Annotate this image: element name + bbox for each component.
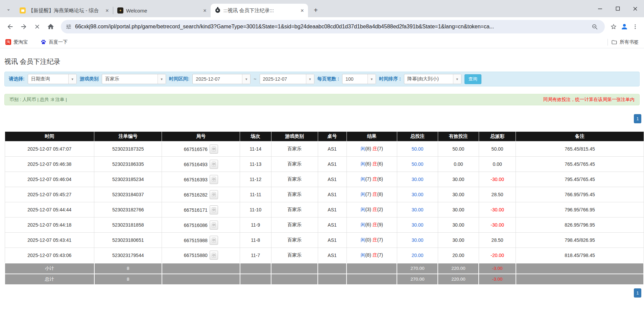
stop-loading-button[interactable]	[30, 20, 44, 33]
page-size-select[interactable]: 100 ▾	[342, 74, 376, 84]
chevron-down-icon: ▾	[367, 74, 376, 84]
home-button[interactable]	[44, 20, 57, 33]
bet-number-cell: 523023185234	[94, 172, 162, 187]
folder-icon	[611, 39, 617, 45]
video-replay-button[interactable]	[210, 221, 218, 230]
table-number-cell: AS1	[318, 187, 347, 202]
query-type-select[interactable]: 日期查询 ▾	[28, 74, 77, 84]
note-cell: 765.45/815.45	[516, 141, 644, 157]
total-bet-link[interactable]: 20.00	[411, 253, 423, 258]
banker-result: 庄	[373, 222, 377, 227]
bet-record-row: 2025-12-07 05:47:07523023187325667516576…	[5, 141, 644, 157]
site-info-tune-icon[interactable]	[66, 24, 72, 30]
bookmark-star-icon[interactable]	[608, 21, 619, 32]
search-button[interactable]: 查询	[464, 74, 481, 84]
new-tab-button[interactable]: +	[311, 5, 321, 15]
tab-forum[interactable]: 【新提醒】海燕策略论坛 - 综合 ✕	[16, 4, 113, 17]
banker-result: 庄	[373, 237, 377, 242]
subtotal-count: 8	[94, 263, 162, 274]
date-to-value: 2025-12-07	[260, 74, 306, 84]
video-replay-button[interactable]	[210, 175, 218, 184]
total-bet-cell: 30.00	[397, 187, 438, 202]
all-bookmarks-label: 所有书签	[620, 39, 639, 45]
baidu-paw-icon	[41, 39, 46, 45]
window-controls	[591, 0, 644, 17]
maximize-button[interactable]	[609, 0, 626, 17]
bet-number-cell: 523023181858	[94, 217, 162, 233]
tab-close-icon[interactable]: ✕	[202, 7, 208, 14]
valid-bet-cell: 30.00	[438, 172, 479, 187]
total-bet-link[interactable]: 50.00	[411, 161, 423, 167]
banker-result: 庄	[373, 252, 377, 258]
game-type-cell: 百家乐	[271, 187, 318, 202]
video-replay-button[interactable]	[210, 160, 218, 169]
browser-menu-dots-icon[interactable]	[630, 21, 641, 32]
note-cell: 796.95/766.95	[516, 202, 644, 217]
video-replay-button[interactable]	[210, 205, 218, 214]
zoom-out-icon[interactable]	[589, 21, 600, 32]
total-bet-link[interactable]: 30.00	[411, 177, 423, 182]
profile-avatar[interactable]	[619, 21, 630, 32]
bookmark-taobao[interactable]: 淘 爱淘宝	[5, 39, 28, 45]
chevron-down-icon: ▾	[306, 74, 314, 84]
session-cell: 11-7	[240, 248, 271, 263]
valid-bet-cell: 30.00	[438, 217, 479, 233]
column-header: 注单编号	[94, 132, 162, 141]
tab-title: Welcome	[126, 8, 199, 14]
address-bar[interactable]: 66cxkj98.com/ipl/portal.php/game/betreco…	[61, 20, 605, 33]
tab-bet-record-active[interactable]: :::视讯 会员下注纪录::: ✕	[211, 4, 308, 17]
page-1-button[interactable]: 1	[634, 114, 641, 123]
video-replay-button[interactable]	[210, 251, 218, 260]
forward-button[interactable]	[17, 20, 30, 33]
game-type-cell: 百家乐	[271, 248, 318, 263]
browser-toolbar: 66cxkj98.com/ipl/portal.php/game/betreco…	[0, 17, 644, 36]
bet-record-favicon-icon	[215, 7, 221, 14]
all-bookmarks-button[interactable]: 所有书签	[611, 39, 639, 45]
date-to-select[interactable]: 2025-12-07 ▾	[260, 74, 314, 84]
date-range-label: 时间区间:	[169, 76, 190, 82]
video-replay-button[interactable]	[210, 190, 218, 199]
total-bet-link[interactable]: 50.00	[411, 146, 423, 152]
tab-close-icon[interactable]: ✕	[104, 7, 110, 14]
forum-favicon-icon	[20, 7, 26, 14]
bookmark-baidu[interactable]: 百度一下	[41, 39, 68, 45]
payout-cell: 28.50	[479, 233, 516, 248]
round-note-text: 同局有效投注，统一计算在该局第一张注单内	[543, 97, 635, 103]
game-type-select[interactable]: 百家乐 ▾	[102, 74, 166, 84]
query-type-label: 请选择:	[9, 76, 25, 82]
back-button[interactable]	[3, 20, 17, 33]
subtotal-label: 小计	[5, 263, 94, 274]
bet-number-cell: 523023187325	[94, 141, 162, 157]
page-title: 视讯 会员下注纪录	[4, 57, 644, 66]
total-bet-link[interactable]: 30.00	[411, 207, 423, 212]
bet-number-cell: 523023180651	[94, 233, 162, 248]
total-row: 总计 8 270.00 220.00 -3.00	[5, 274, 644, 285]
close-window-button[interactable]	[626, 0, 644, 17]
chevron-down-icon: ▾	[158, 74, 166, 84]
empty-cell	[516, 274, 644, 285]
total-bet-link[interactable]: 30.00	[411, 192, 423, 197]
tab-welcome[interactable]: ✦ Welcome ✕	[113, 4, 211, 17]
date-from-select[interactable]: 2025-12-07 ▾	[192, 74, 251, 84]
total-payout: -3.00	[479, 274, 516, 285]
empty-cell	[162, 263, 240, 274]
bet-record-row: 2025-12-07 05:46:38523023186335667516493…	[5, 157, 644, 172]
banker-result: 庄	[373, 161, 377, 166]
url-text[interactable]: 66cxkj98.com/ipl/portal.php/game/betreco…	[75, 24, 586, 30]
empty-cell	[318, 263, 347, 274]
video-replay-button[interactable]	[210, 145, 218, 154]
tab-search-chevron-icon[interactable]: ⌄	[3, 3, 14, 15]
empty-cell	[347, 274, 397, 285]
page-1-button[interactable]: 1	[634, 288, 641, 298]
minimize-button[interactable]	[591, 0, 609, 17]
total-bet-link[interactable]: 30.00	[411, 222, 423, 228]
bookmarks-divider	[607, 39, 608, 46]
video-replay-button[interactable]	[210, 236, 218, 245]
table-number-cell: AS1	[318, 248, 347, 263]
payout-cell: -30.00	[479, 217, 516, 233]
subtotal-total-bet: 270.00	[397, 263, 438, 274]
sort-order-select[interactable]: 降幂(由大到小) ▾	[404, 74, 461, 84]
tab-close-icon[interactable]: ✕	[299, 7, 305, 14]
total-bet-link[interactable]: 30.00	[411, 237, 423, 243]
game-type-cell: 百家乐	[271, 157, 318, 172]
